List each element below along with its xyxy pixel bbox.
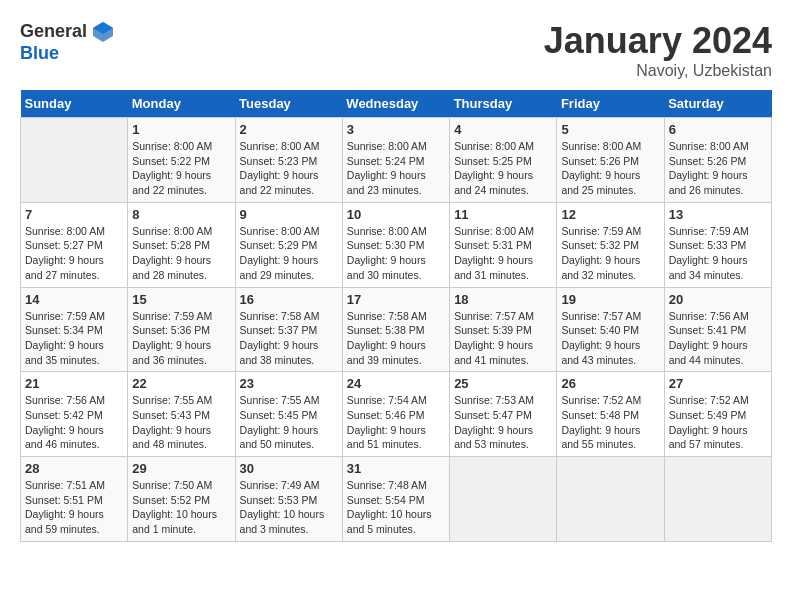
day-number: 18 xyxy=(454,292,552,307)
day-info: Sunrise: 7:51 AMSunset: 5:51 PMDaylight:… xyxy=(25,478,123,537)
day-info: Sunrise: 8:00 AMSunset: 5:24 PMDaylight:… xyxy=(347,139,445,198)
day-info: Sunrise: 8:00 AMSunset: 5:31 PMDaylight:… xyxy=(454,224,552,283)
day-info: Sunrise: 8:00 AMSunset: 5:22 PMDaylight:… xyxy=(132,139,230,198)
calendar-week-row: 21Sunrise: 7:56 AMSunset: 5:42 PMDayligh… xyxy=(21,372,772,457)
day-info: Sunrise: 7:48 AMSunset: 5:54 PMDaylight:… xyxy=(347,478,445,537)
weekday-header-monday: Monday xyxy=(128,90,235,118)
day-number: 19 xyxy=(561,292,659,307)
title-block: January 2024 Navoiy, Uzbekistan xyxy=(544,20,772,80)
day-info: Sunrise: 7:49 AMSunset: 5:53 PMDaylight:… xyxy=(240,478,338,537)
calendar-cell: 21Sunrise: 7:56 AMSunset: 5:42 PMDayligh… xyxy=(21,372,128,457)
day-number: 31 xyxy=(347,461,445,476)
weekday-header-tuesday: Tuesday xyxy=(235,90,342,118)
day-number: 24 xyxy=(347,376,445,391)
logo-blue: Blue xyxy=(20,44,115,64)
day-number: 25 xyxy=(454,376,552,391)
calendar-cell: 17Sunrise: 7:58 AMSunset: 5:38 PMDayligh… xyxy=(342,287,449,372)
day-number: 30 xyxy=(240,461,338,476)
calendar-week-row: 14Sunrise: 7:59 AMSunset: 5:34 PMDayligh… xyxy=(21,287,772,372)
day-info: Sunrise: 7:58 AMSunset: 5:37 PMDaylight:… xyxy=(240,309,338,368)
calendar-cell: 22Sunrise: 7:55 AMSunset: 5:43 PMDayligh… xyxy=(128,372,235,457)
day-number: 2 xyxy=(240,122,338,137)
day-info: Sunrise: 8:00 AMSunset: 5:28 PMDaylight:… xyxy=(132,224,230,283)
day-number: 23 xyxy=(240,376,338,391)
day-info: Sunrise: 7:50 AMSunset: 5:52 PMDaylight:… xyxy=(132,478,230,537)
day-number: 1 xyxy=(132,122,230,137)
day-number: 28 xyxy=(25,461,123,476)
day-number: 3 xyxy=(347,122,445,137)
logo-text: General Blue xyxy=(20,20,115,64)
weekday-header-thursday: Thursday xyxy=(450,90,557,118)
calendar-cell: 31Sunrise: 7:48 AMSunset: 5:54 PMDayligh… xyxy=(342,457,449,542)
day-info: Sunrise: 7:55 AMSunset: 5:43 PMDaylight:… xyxy=(132,393,230,452)
sub-title: Navoiy, Uzbekistan xyxy=(544,62,772,80)
day-info: Sunrise: 7:56 AMSunset: 5:42 PMDaylight:… xyxy=(25,393,123,452)
calendar-cell: 28Sunrise: 7:51 AMSunset: 5:51 PMDayligh… xyxy=(21,457,128,542)
calendar-cell: 25Sunrise: 7:53 AMSunset: 5:47 PMDayligh… xyxy=(450,372,557,457)
calendar-cell: 14Sunrise: 7:59 AMSunset: 5:34 PMDayligh… xyxy=(21,287,128,372)
calendar-cell: 5Sunrise: 8:00 AMSunset: 5:26 PMDaylight… xyxy=(557,118,664,203)
calendar-cell: 12Sunrise: 7:59 AMSunset: 5:32 PMDayligh… xyxy=(557,202,664,287)
calendar-week-row: 1Sunrise: 8:00 AMSunset: 5:22 PMDaylight… xyxy=(21,118,772,203)
day-number: 26 xyxy=(561,376,659,391)
calendar-cell: 3Sunrise: 8:00 AMSunset: 5:24 PMDaylight… xyxy=(342,118,449,203)
day-number: 6 xyxy=(669,122,767,137)
calendar-cell xyxy=(664,457,771,542)
calendar-table: SundayMondayTuesdayWednesdayThursdayFrid… xyxy=(20,90,772,542)
calendar-cell xyxy=(21,118,128,203)
calendar-cell: 1Sunrise: 8:00 AMSunset: 5:22 PMDaylight… xyxy=(128,118,235,203)
calendar-cell: 16Sunrise: 7:58 AMSunset: 5:37 PMDayligh… xyxy=(235,287,342,372)
day-number: 7 xyxy=(25,207,123,222)
day-info: Sunrise: 7:54 AMSunset: 5:46 PMDaylight:… xyxy=(347,393,445,452)
calendar-week-row: 7Sunrise: 8:00 AMSunset: 5:27 PMDaylight… xyxy=(21,202,772,287)
day-number: 20 xyxy=(669,292,767,307)
day-info: Sunrise: 8:00 AMSunset: 5:23 PMDaylight:… xyxy=(240,139,338,198)
calendar-cell: 19Sunrise: 7:57 AMSunset: 5:40 PMDayligh… xyxy=(557,287,664,372)
day-number: 16 xyxy=(240,292,338,307)
weekday-header-saturday: Saturday xyxy=(664,90,771,118)
calendar-cell: 11Sunrise: 8:00 AMSunset: 5:31 PMDayligh… xyxy=(450,202,557,287)
calendar-cell: 6Sunrise: 8:00 AMSunset: 5:26 PMDaylight… xyxy=(664,118,771,203)
day-info: Sunrise: 7:58 AMSunset: 5:38 PMDaylight:… xyxy=(347,309,445,368)
day-info: Sunrise: 8:00 AMSunset: 5:30 PMDaylight:… xyxy=(347,224,445,283)
day-number: 5 xyxy=(561,122,659,137)
calendar-cell: 24Sunrise: 7:54 AMSunset: 5:46 PMDayligh… xyxy=(342,372,449,457)
weekday-header-friday: Friday xyxy=(557,90,664,118)
day-number: 27 xyxy=(669,376,767,391)
calendar-cell: 27Sunrise: 7:52 AMSunset: 5:49 PMDayligh… xyxy=(664,372,771,457)
day-info: Sunrise: 7:52 AMSunset: 5:49 PMDaylight:… xyxy=(669,393,767,452)
calendar-cell xyxy=(450,457,557,542)
day-info: Sunrise: 7:52 AMSunset: 5:48 PMDaylight:… xyxy=(561,393,659,452)
day-info: Sunrise: 7:59 AMSunset: 5:32 PMDaylight:… xyxy=(561,224,659,283)
logo-icon xyxy=(91,20,115,44)
day-number: 21 xyxy=(25,376,123,391)
page-header: General Blue January 2024 Navoiy, Uzbeki… xyxy=(20,20,772,80)
day-number: 12 xyxy=(561,207,659,222)
day-number: 17 xyxy=(347,292,445,307)
weekday-header-row: SundayMondayTuesdayWednesdayThursdayFrid… xyxy=(21,90,772,118)
weekday-header-wednesday: Wednesday xyxy=(342,90,449,118)
day-info: Sunrise: 7:56 AMSunset: 5:41 PMDaylight:… xyxy=(669,309,767,368)
day-info: Sunrise: 8:00 AMSunset: 5:27 PMDaylight:… xyxy=(25,224,123,283)
calendar-cell: 20Sunrise: 7:56 AMSunset: 5:41 PMDayligh… xyxy=(664,287,771,372)
calendar-cell: 7Sunrise: 8:00 AMSunset: 5:27 PMDaylight… xyxy=(21,202,128,287)
day-number: 14 xyxy=(25,292,123,307)
day-info: Sunrise: 7:59 AMSunset: 5:34 PMDaylight:… xyxy=(25,309,123,368)
day-info: Sunrise: 8:00 AMSunset: 5:26 PMDaylight:… xyxy=(561,139,659,198)
calendar-cell: 30Sunrise: 7:49 AMSunset: 5:53 PMDayligh… xyxy=(235,457,342,542)
calendar-cell: 18Sunrise: 7:57 AMSunset: 5:39 PMDayligh… xyxy=(450,287,557,372)
day-number: 10 xyxy=(347,207,445,222)
logo-general: General xyxy=(20,22,87,42)
calendar-cell: 23Sunrise: 7:55 AMSunset: 5:45 PMDayligh… xyxy=(235,372,342,457)
day-info: Sunrise: 7:59 AMSunset: 5:36 PMDaylight:… xyxy=(132,309,230,368)
day-number: 4 xyxy=(454,122,552,137)
day-info: Sunrise: 7:57 AMSunset: 5:40 PMDaylight:… xyxy=(561,309,659,368)
day-number: 8 xyxy=(132,207,230,222)
day-number: 29 xyxy=(132,461,230,476)
day-info: Sunrise: 7:53 AMSunset: 5:47 PMDaylight:… xyxy=(454,393,552,452)
calendar-cell: 29Sunrise: 7:50 AMSunset: 5:52 PMDayligh… xyxy=(128,457,235,542)
day-info: Sunrise: 7:59 AMSunset: 5:33 PMDaylight:… xyxy=(669,224,767,283)
calendar-cell: 15Sunrise: 7:59 AMSunset: 5:36 PMDayligh… xyxy=(128,287,235,372)
day-info: Sunrise: 8:00 AMSunset: 5:26 PMDaylight:… xyxy=(669,139,767,198)
calendar-cell: 4Sunrise: 8:00 AMSunset: 5:25 PMDaylight… xyxy=(450,118,557,203)
